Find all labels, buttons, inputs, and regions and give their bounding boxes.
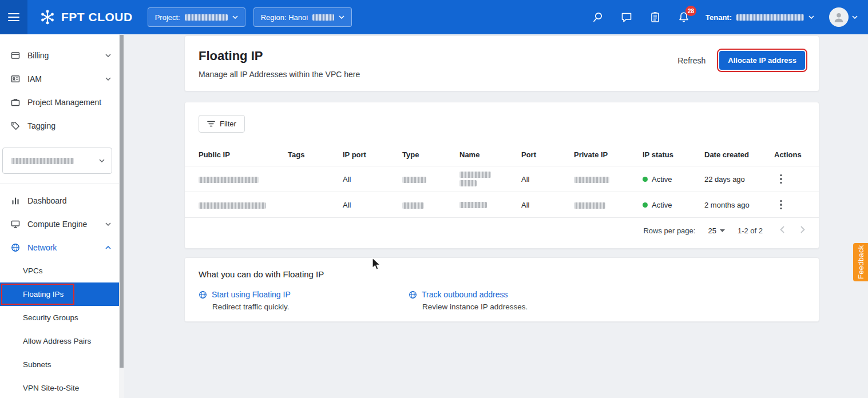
chevron-down-icon: [852, 15, 858, 19]
page-header-actions: Refresh Allocate IP address: [677, 51, 805, 70]
column-header-type: Type: [402, 150, 459, 159]
brand-logo: FPT CLOUD: [27, 9, 148, 26]
status-label: Active: [652, 201, 672, 209]
table-footer: Rows per page: 25 1-2 of 2: [185, 217, 819, 243]
notification-badge: 28: [685, 6, 696, 16]
search-button[interactable]: [591, 10, 605, 24]
redacted-name-line2: [459, 180, 477, 186]
sidebar-item-project-management[interactable]: Project Management: [0, 90, 119, 114]
sidebar-item-tagging[interactable]: Tagging: [0, 114, 119, 137]
table-header-row: Public IP Tags IP port Type Name Port Pr…: [185, 143, 819, 166]
ip-port-cell: All: [343, 201, 402, 209]
vpc-context-selector[interactable]: [2, 148, 112, 174]
column-header-date-created: Date created: [704, 150, 774, 159]
chevron-left-icon: [780, 226, 784, 233]
sidebar-subitem-label: Subnets: [23, 360, 51, 369]
sidebar-item-floating-ips[interactable]: Floating IPs: [0, 282, 119, 306]
redacted-name-line1: [459, 172, 491, 178]
column-header-ip-port: IP port: [343, 150, 402, 159]
chevron-down-icon: [232, 15, 238, 19]
start-using-floating-ip-link[interactable]: Start using Floating IP: [212, 290, 291, 299]
project-selector[interactable]: Project:: [148, 7, 245, 27]
rows-per-page-select[interactable]: 25: [708, 226, 724, 235]
row-actions-kebab-button[interactable]: [774, 198, 788, 212]
sidebar-item-dashboard[interactable]: Dashboard: [0, 189, 119, 212]
help-item: Start using Floating IP Redirect traffic…: [199, 290, 409, 311]
ip-status-cell: Active: [643, 201, 704, 209]
next-page-button[interactable]: [800, 226, 805, 235]
sidebar-subitem-label: VPN Site-to-Site: [23, 384, 79, 392]
status-active-dot: [643, 177, 648, 182]
sidebar-item-vpcs[interactable]: VPCs: [0, 259, 119, 282]
filter-button[interactable]: Filter: [199, 115, 245, 133]
user-menu-button[interactable]: [829, 7, 858, 27]
allocate-ip-address-button[interactable]: Allocate IP address: [719, 51, 805, 70]
chat-bubble-icon: [621, 11, 632, 23]
help-item-description: Review instance IP addresses.: [422, 303, 528, 311]
status-label: Active: [652, 175, 672, 184]
status-active-dot: [643, 202, 648, 208]
caret-down-icon: [720, 229, 725, 232]
rows-per-page-value: 25: [708, 226, 716, 235]
column-header-port: Port: [521, 150, 574, 159]
documentation-button[interactable]: [648, 10, 662, 24]
sidebar-item-security-groups[interactable]: Security Groups: [0, 306, 119, 329]
sidebar-item-allow-address-pairs[interactable]: Allow Address Pairs: [0, 329, 119, 353]
filter-label: Filter: [220, 120, 236, 128]
name-cell: [459, 172, 521, 186]
region-selector[interactable]: Region: Hanoi: [253, 7, 352, 27]
track-outbound-address-link[interactable]: Track outbound address: [422, 290, 508, 299]
column-header-actions: Actions: [774, 150, 806, 159]
sidebar-subitem-label: Floating IPs: [23, 290, 64, 298]
floating-ip-table-card: Filter Public IP Tags IP port Type Name …: [184, 102, 819, 249]
redacted-public-ip: [199, 177, 259, 183]
topbar-actions: 28 Tenant:: [591, 7, 868, 27]
sidebar-item-subnets[interactable]: Subnets: [0, 353, 119, 376]
feedback-label: Feedback: [857, 245, 865, 280]
topbar: FPT CLOUD Project: Region: Hanoi 28 Tena…: [0, 0, 868, 34]
sidebar-scrollbar[interactable]: [119, 34, 124, 398]
pagination-range-label: 1-2 of 2: [738, 226, 763, 235]
sidebar: Billing IAM Project Management Tagging D…: [0, 34, 119, 398]
table-row: All All Active 22 days ago: [185, 166, 819, 192]
refresh-button[interactable]: Refresh: [677, 56, 706, 65]
filter-icon: [207, 121, 215, 127]
sidebar-item-vpn-site-to-site[interactable]: VPN Site-to-Site: [0, 376, 119, 398]
sidebar-item-label: Project Management: [27, 98, 111, 107]
sidebar-item-compute-engine[interactable]: Compute Engine: [0, 212, 119, 236]
chevron-right-icon: [800, 226, 805, 233]
redacted-type: [402, 177, 426, 183]
help-item-description: Redirect traffic quickly.: [212, 303, 409, 311]
redacted-tenant-name: [736, 14, 804, 21]
chevron-down-icon: [339, 15, 344, 19]
project-management-icon: [10, 98, 21, 107]
port-cell: All: [521, 175, 574, 184]
pagination-controls: [780, 226, 805, 235]
ip-status-cell: Active: [643, 175, 704, 184]
support-chat-button[interactable]: [620, 10, 633, 24]
chevron-up-icon: [105, 246, 111, 249]
page-subtitle: Manage all IP Addresses within the VPC h…: [199, 70, 360, 79]
page-header-text: Floating IP Manage all IP Addresses with…: [199, 49, 360, 78]
notifications-button[interactable]: 28: [677, 10, 691, 24]
compute-engine-icon: [10, 220, 21, 229]
menu-button[interactable]: [0, 0, 27, 34]
sidebar-item-network[interactable]: Network: [0, 236, 119, 259]
table-row: All All Active 2 months ago: [185, 192, 819, 217]
scrollbar-thumb[interactable]: [120, 35, 124, 368]
feedback-tab[interactable]: Feedback: [853, 243, 868, 281]
sidebar-item-billing[interactable]: Billing: [0, 43, 119, 67]
column-header-ip-status: IP status: [643, 150, 704, 159]
tenant-selector[interactable]: Tenant:: [706, 13, 814, 22]
search-icon: [592, 11, 604, 23]
network-globe-icon: [10, 243, 21, 252]
row-actions-kebab-button[interactable]: [774, 172, 788, 186]
sidebar-item-iam[interactable]: IAM: [0, 67, 119, 90]
previous-page-button[interactable]: [780, 226, 784, 235]
redacted-selector-value: [11, 158, 74, 164]
date-created-cell: 22 days ago: [704, 175, 774, 184]
globe-icon: [199, 290, 207, 299]
chevron-down-icon: [105, 222, 111, 226]
sidebar-item-label: Network: [27, 243, 98, 252]
redacted-type: [402, 202, 424, 209]
